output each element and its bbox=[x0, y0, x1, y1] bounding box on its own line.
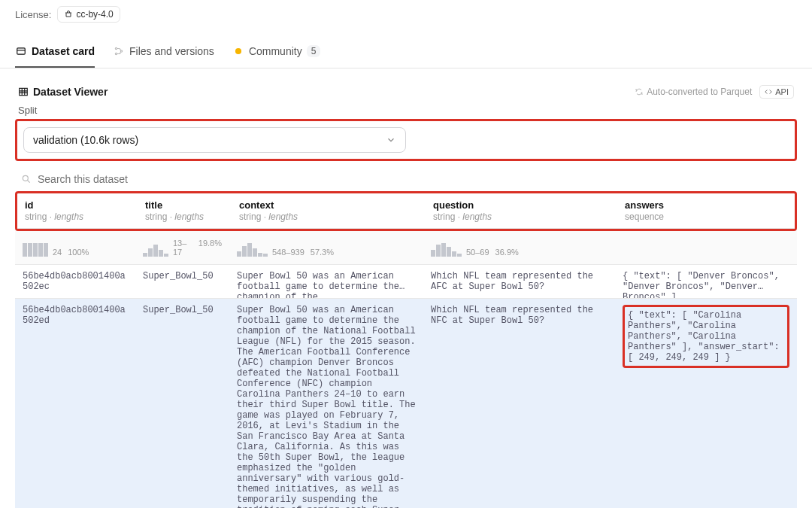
col-answers[interactable]: answers sequence bbox=[617, 193, 795, 228]
stat-id: 24100% bbox=[15, 236, 135, 260]
col-id[interactable]: id string · lengths bbox=[17, 193, 138, 228]
table-row[interactable]: 56be4db0acb8001400a502ec Super_Bowl_50 S… bbox=[15, 264, 797, 298]
cell-answers: { "text": [ "Denver Broncos", "Denver Br… bbox=[615, 265, 797, 298]
answers-highlight-box: { "text": [ "Carolina Panthers", "Caroli… bbox=[623, 305, 789, 368]
auto-converted[interactable]: Auto-converted to Parquet bbox=[635, 87, 752, 97]
cell-context: Super Bowl 50 was an American football g… bbox=[229, 299, 423, 508]
tabs: Dataset card Files and versions Communit… bbox=[0, 38, 812, 68]
svg-point-1 bbox=[115, 47, 117, 49]
search-row bbox=[12, 167, 800, 191]
col-context[interactable]: context string · lengths bbox=[232, 193, 426, 228]
chevron-down-icon bbox=[386, 135, 396, 145]
stat-context: 548–93957.3% bbox=[229, 236, 423, 260]
cell-context: Super Bowl 50 was an American football g… bbox=[229, 265, 423, 298]
col-question[interactable]: question string · lengths bbox=[426, 193, 617, 228]
community-icon bbox=[232, 45, 244, 57]
tab-community[interactable]: Community 5 bbox=[232, 38, 320, 68]
refresh-icon bbox=[635, 87, 644, 96]
split-select[interactable]: validation (10.6k rows) bbox=[23, 127, 406, 153]
viewer-right: Auto-converted to Parquet API bbox=[635, 85, 794, 99]
viewer-header: Dataset Viewer Auto-converted to Parquet… bbox=[12, 81, 800, 102]
col-title[interactable]: title string · lengths bbox=[138, 193, 232, 228]
cell-question: Which NFL team represented the AFC at Su… bbox=[423, 265, 615, 298]
license-badge[interactable]: cc-by-4.0 bbox=[57, 6, 120, 23]
split-highlight-box: validation (10.6k rows) bbox=[15, 119, 797, 161]
table-header-highlight: id string · lengths title string · lengt… bbox=[15, 191, 797, 231]
cell-id: 56be4db0acb8001400a502ed bbox=[15, 299, 135, 508]
stat-title: 13–1719.8% bbox=[135, 236, 229, 260]
table-icon bbox=[18, 87, 29, 97]
svg-point-2 bbox=[120, 50, 122, 52]
stats-row: 24100% 13–1719.8% 548–93957.3% 50–6936.9… bbox=[15, 231, 797, 264]
split-label: Split bbox=[12, 102, 800, 119]
table-row[interactable]: 56be4db0acb8001400a502ed Super_Bowl_50 S… bbox=[15, 298, 797, 508]
viewer-title: Dataset Viewer bbox=[18, 86, 108, 98]
code-icon bbox=[765, 88, 772, 96]
search-icon bbox=[21, 174, 32, 184]
license-icon bbox=[64, 10, 73, 19]
col-id-name: id bbox=[25, 199, 130, 211]
cell-title: Super_Bowl_50 bbox=[135, 299, 229, 508]
cell-question: Which NFL team represented the NFC at Su… bbox=[423, 299, 615, 508]
license-value: cc-by-4.0 bbox=[76, 9, 113, 20]
api-label: API bbox=[775, 87, 789, 96]
dataset-viewer: Dataset Viewer Auto-converted to Parquet… bbox=[0, 68, 812, 508]
auto-converted-text: Auto-converted to Parquet bbox=[647, 87, 752, 97]
cell-title: Super_Bowl_50 bbox=[135, 265, 229, 298]
svg-rect-5 bbox=[20, 88, 28, 95]
data-rows: 56be4db0acb8001400a502ec Super_Bowl_50 S… bbox=[15, 264, 797, 508]
svg-point-3 bbox=[115, 53, 117, 54]
tab-dataset-card[interactable]: Dataset card bbox=[15, 38, 95, 68]
cell-id: 56be4db0acb8001400a502ec bbox=[15, 265, 135, 298]
viewer-title-text: Dataset Viewer bbox=[33, 86, 108, 98]
tab-files[interactable]: Files and versions bbox=[113, 38, 214, 68]
card-icon bbox=[15, 45, 27, 57]
license-row: License: cc-by-4.0 bbox=[0, 0, 812, 29]
tab-files-label: Files and versions bbox=[129, 45, 214, 57]
svg-point-6 bbox=[23, 175, 28, 181]
search-input[interactable] bbox=[38, 173, 791, 185]
split-value: validation (10.6k rows) bbox=[33, 134, 138, 146]
files-icon bbox=[113, 45, 125, 57]
api-button[interactable]: API bbox=[759, 85, 794, 99]
stat-question: 50–6936.9% bbox=[423, 236, 615, 260]
svg-rect-0 bbox=[17, 48, 26, 54]
stat-answers bbox=[615, 236, 797, 260]
tab-community-label: Community bbox=[249, 45, 302, 57]
community-count: 5 bbox=[307, 45, 321, 57]
cell-answers: { "text": [ "Carolina Panthers", "Caroli… bbox=[615, 299, 797, 508]
svg-point-4 bbox=[235, 48, 241, 54]
license-label: License: bbox=[15, 9, 51, 20]
tab-card-label: Dataset card bbox=[32, 45, 95, 57]
column-headers: id string · lengths title string · lengt… bbox=[17, 193, 795, 229]
